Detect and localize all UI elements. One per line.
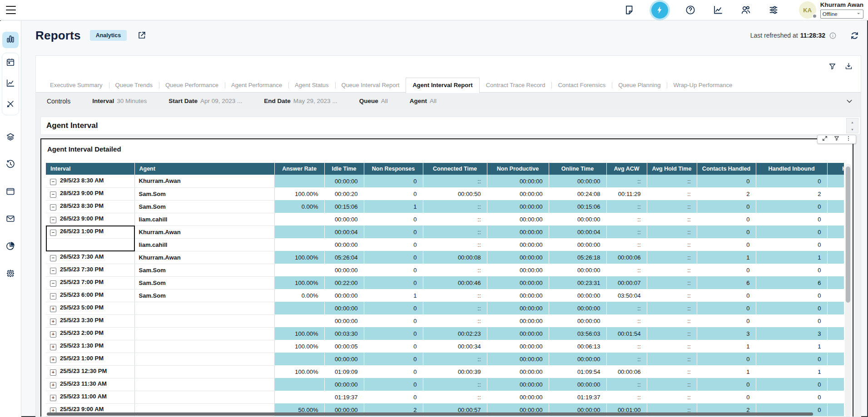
control-start-date[interactable]: Start DateApr 09, 2023 ... [169, 98, 242, 104]
cell-value: 0 [364, 353, 423, 365]
collapse-row-icon[interactable]: − [50, 255, 56, 261]
cell-value [827, 226, 844, 238]
refresh-zone: Last refreshed at 11:28:32 [750, 30, 860, 41]
cell-value: 03:50:04 [606, 289, 647, 302]
expand-row-icon[interactable]: + [50, 395, 56, 401]
chevron-down-icon[interactable] [845, 97, 853, 105]
column-header-non-productive[interactable]: Non Productive [487, 163, 549, 175]
control-agent[interactable]: AgentAll [410, 98, 436, 104]
column-header-idle-time[interactable]: Idle Time [324, 163, 364, 175]
agent-interval-widget: Agent Interval Detailed IntervalAgentAns… [40, 138, 853, 417]
scrollbar-thumb[interactable] [846, 167, 850, 303]
cell-value: 0 [364, 365, 423, 378]
collapse-row-icon[interactable]: − [50, 217, 56, 223]
info-icon[interactable] [829, 32, 837, 39]
tab-agent-status[interactable]: Agent Status [288, 78, 335, 93]
collapse-row-icon[interactable]: − [50, 268, 56, 274]
external-link-icon[interactable] [137, 30, 147, 40]
cell-value [827, 353, 844, 365]
cell-value: 00:00:00 [487, 251, 549, 264]
tab-queue-planning[interactable]: Queue Planning [612, 78, 667, 93]
tab-wrap-up-performance[interactable]: Wrap-Up Performance [667, 78, 739, 93]
help-icon[interactable] [685, 5, 696, 15]
column-header-avg-hold-time[interactable]: Avg Hold Time [647, 163, 697, 175]
cell-value: 00:22:00 [324, 276, 364, 289]
table-horizontal-scrollbar[interactable] [47, 412, 813, 416]
tab-queue-interval-report[interactable]: Queue Interval Report [335, 78, 406, 93]
download-icon[interactable] [844, 62, 853, 73]
control-end-date[interactable]: End DateMay 29, 2023 ... [264, 98, 337, 104]
sidebar-item-pie[interactable] [2, 239, 19, 255]
control-queue[interactable]: QueueAll [359, 98, 388, 104]
filter-icon[interactable] [828, 62, 837, 73]
column-header-answer-rate[interactable]: Answer Rate [274, 163, 324, 175]
status-select[interactable]: Offline [820, 10, 863, 19]
tab-contact-forensics[interactable]: Contact Forensics [551, 78, 612, 93]
expand-row-icon[interactable]: + [50, 306, 56, 312]
scroll-up-icon[interactable]: ▲ [847, 118, 858, 126]
sidebar-item-schedule[interactable] [2, 55, 19, 71]
sidebar-item-dashboard[interactable] [2, 32, 19, 48]
expand-row-icon[interactable]: + [50, 357, 56, 363]
analytics-icon[interactable] [713, 5, 724, 15]
collapse-row-icon[interactable]: − [50, 280, 56, 287]
funnel-icon[interactable] [833, 135, 840, 143]
collapse-row-icon[interactable]: − [50, 179, 56, 185]
column-header-non-responses[interactable]: Non Responses [364, 163, 423, 175]
column-header-avg-acw[interactable]: Avg ACW [606, 163, 647, 175]
expand-icon[interactable] [822, 135, 828, 143]
sidebar-item-designer[interactable] [2, 97, 19, 113]
sidebar-item-window[interactable] [2, 184, 19, 201]
cell-value: 00:00:00 [549, 302, 606, 314]
collapse-row-icon[interactable]: − [50, 191, 56, 198]
menu-icon[interactable] [6, 6, 16, 14]
scroll-down-icon[interactable]: ▼ [847, 126, 858, 133]
cell-value: :: [647, 353, 697, 365]
collapse-row-icon[interactable]: − [50, 293, 56, 299]
column-header-contacts-handled[interactable]: Contacts Handled [697, 163, 756, 175]
preferences-icon[interactable] [768, 5, 779, 15]
avatar[interactable]: KA [799, 1, 816, 19]
cell-value [274, 175, 324, 187]
refresh-icon[interactable] [849, 30, 860, 41]
control-interval[interactable]: Interval30 Minutes [92, 98, 147, 104]
note-icon[interactable] [624, 5, 635, 15]
cell-value: 00:00:00 [549, 213, 606, 226]
sidebar-item-layers[interactable] [2, 130, 19, 146]
tab-agent-performance[interactable]: Agent Performance [225, 78, 288, 93]
cell-value: :: [647, 327, 697, 340]
tab-queue-performance[interactable]: Queue Performance [159, 78, 225, 93]
collapse-row-icon[interactable]: − [50, 230, 56, 236]
expand-row-icon[interactable]: + [50, 382, 56, 388]
sidebar-item-mail[interactable] [2, 211, 19, 228]
cell-value: 00:00:00 [487, 365, 549, 378]
sidebar-item-settings[interactable] [2, 266, 19, 282]
tab-agent-interval-report[interactable]: Agent Interval Report [406, 78, 479, 93]
kebab-menu-icon[interactable] [845, 135, 852, 143]
controls-label[interactable]: Controls [47, 98, 70, 105]
column-header-interval[interactable]: Interval [46, 163, 134, 175]
tab-executive-summary[interactable]: Executive Summary [44, 78, 109, 93]
expand-row-icon[interactable]: + [50, 319, 56, 325]
column-header-online-time[interactable]: Online Time [549, 163, 606, 175]
cell-value: :: [647, 238, 697, 251]
contacts-icon[interactable] [740, 5, 751, 15]
sidebar-item-trends[interactable] [2, 76, 19, 92]
user-name: Khurram Awan [820, 1, 863, 8]
expand-row-icon[interactable]: + [50, 331, 56, 338]
tab-contract-trace-record[interactable]: Contract Trace Record [480, 78, 552, 93]
cell-value [827, 403, 844, 416]
table-vertical-scrollbar[interactable] [845, 164, 851, 417]
cell-value: 0 [697, 200, 756, 213]
sidebar-item-history[interactable] [2, 157, 19, 173]
expand-row-icon[interactable]: + [50, 369, 56, 376]
expand-row-icon[interactable]: + [50, 344, 56, 350]
column-header-handled-inbound[interactable]: Handled Inbound [756, 163, 827, 175]
column-header-han[interactable]: Han [827, 163, 844, 175]
tab-queue-trends[interactable]: Queue Trends [109, 78, 159, 93]
column-header-agent[interactable]: Agent [134, 163, 274, 175]
collapse-row-icon[interactable]: − [50, 204, 56, 211]
column-header-connected-time[interactable]: Connected Time [423, 163, 487, 175]
flash-icon[interactable] [651, 2, 668, 19]
cell-interval: −26/5/23 1:00 PM [46, 226, 134, 238]
